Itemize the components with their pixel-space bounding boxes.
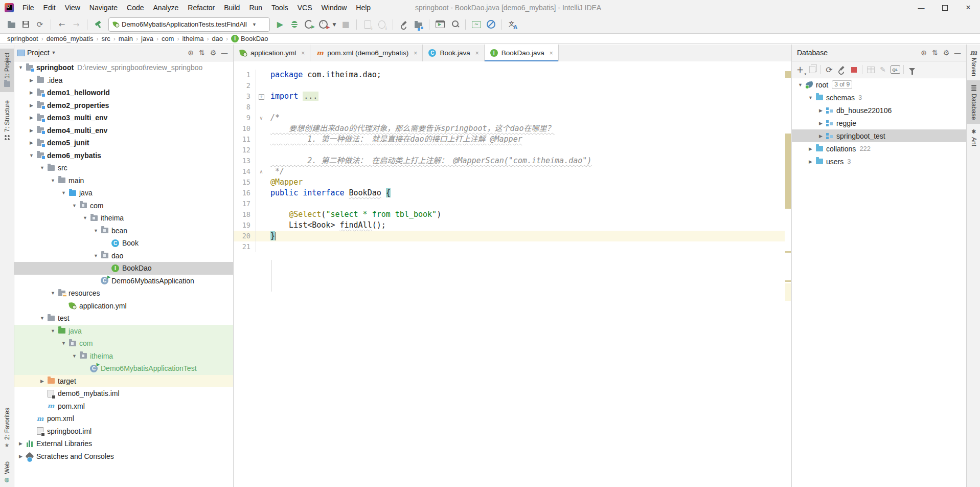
editor-tab-application.yml[interactable]: application.yml× <box>234 45 310 61</box>
expand-arrow-icon[interactable]: ▼ <box>806 95 815 100</box>
expand-arrow-icon[interactable]: ▼ <box>81 215 89 220</box>
expand-arrow-icon[interactable]: ▼ <box>92 253 100 258</box>
collapse-all-icon[interactable]: ⇅ <box>929 47 941 58</box>
line-number[interactable]: 18 <box>234 209 256 220</box>
expand-arrow-icon[interactable]: ▼ <box>27 153 36 158</box>
tree-row-demo6_mybatis.iml[interactable]: demo6_mybatis.iml <box>14 387 233 400</box>
expand-arrow-icon[interactable]: ▶ <box>816 121 825 126</box>
line-number[interactable]: 9 <box>234 113 256 123</box>
tree-row-src[interactable]: ▼src <box>14 162 233 174</box>
breadcrumb-item-demo6_mybatis[interactable]: demo6_mybatis <box>45 35 95 42</box>
tool-window-button-Database[interactable]: Database <box>967 80 980 124</box>
code-line-18[interactable]: 18 @Select("select * from tbl_book") <box>234 209 791 220</box>
tree-row-itheima[interactable]: ▼itheima <box>14 212 233 225</box>
tree-row-itheima[interactable]: ▼itheima <box>14 350 233 363</box>
restore-button[interactable] <box>933 0 956 15</box>
tool-window-button-7--Structure[interactable]: 7: Structure <box>0 96 14 145</box>
line-number[interactable]: 11 <box>234 134 256 145</box>
code-editor[interactable]: 1package com.itheima.dao;23+import ...89… <box>234 61 791 487</box>
build-project-icon[interactable] <box>93 19 104 30</box>
error-stripe-mark[interactable] <box>785 134 791 209</box>
open-icon[interactable] <box>6 19 17 30</box>
tree-row-pom.xml[interactable]: mpom.xml <box>14 400 233 413</box>
line-number[interactable]: 20 <box>234 231 256 241</box>
line-number[interactable]: 21 <box>234 241 256 252</box>
editor-tab-pom.xml--demo6_mybatis-[interactable]: mpom.xml (demo6_mybatis)× <box>310 45 423 61</box>
code-line-14[interactable]: 14∧ */ <box>234 166 791 177</box>
minimize-button[interactable]: — <box>909 0 933 15</box>
filter-icon[interactable] <box>906 63 918 76</box>
code-line-20[interactable]: 20} <box>234 231 791 241</box>
tree-row-reggie[interactable]: ▶reggie <box>792 117 966 129</box>
expand-arrow-icon[interactable]: ▶ <box>27 140 36 145</box>
breadcrumb-item-java[interactable]: java <box>140 35 154 42</box>
menu-item-analyze[interactable]: Analyze <box>149 0 184 15</box>
tree-row-test[interactable]: ▼test <box>14 312 233 325</box>
expand-arrow-icon[interactable]: ▶ <box>27 103 36 108</box>
expand-arrow-icon[interactable]: ▶ <box>38 379 47 384</box>
expand-arrow-icon[interactable]: ▶ <box>16 454 25 459</box>
line-number[interactable]: 15 <box>234 177 256 188</box>
tree-row-pom.xml[interactable]: mpom.xml <box>14 412 233 425</box>
save-all-icon[interactable] <box>20 19 31 30</box>
locate-icon[interactable]: ⊕ <box>918 47 929 58</box>
tree-row-main[interactable]: ▼main <box>14 174 233 187</box>
expand-arrow-icon[interactable]: ▼ <box>49 328 57 334</box>
expand-arrow-icon[interactable]: ▶ <box>806 146 815 151</box>
tree-row-Demo6MybatisApplicationTest[interactable]: CDemo6MybatisApplicationTest <box>14 362 233 375</box>
breadcrumb-item-springboot[interactable]: springboot <box>6 35 39 42</box>
gear-icon[interactable]: ⚙ <box>941 47 952 58</box>
expand-arrow-icon[interactable]: ▶ <box>27 78 36 83</box>
expand-arrow-icon[interactable]: ▶ <box>27 115 36 120</box>
tree-row-Book[interactable]: CBook <box>14 237 233 250</box>
line-number[interactable]: 17 <box>234 198 256 209</box>
profiler-button[interactable] <box>317 19 329 30</box>
power-save-icon[interactable] <box>485 19 496 30</box>
settings-wrench-icon[interactable] <box>398 19 409 30</box>
tree-row-springboot[interactable]: ▼springbootD:\review_springboot\review_s… <box>14 61 233 74</box>
breadcrumb-item-BookDao[interactable]: IBookDao <box>230 35 269 42</box>
code-line-17[interactable]: 17 <box>234 198 791 209</box>
sync-icon[interactable]: ⟳ <box>34 19 45 30</box>
breadcrumb-item-src[interactable]: src <box>101 35 111 42</box>
project-view-dropdown-icon[interactable]: ▼ <box>52 50 56 55</box>
editor-tab-BookDao.java[interactable]: IBookDao.java× <box>485 45 559 61</box>
tree-row-users[interactable]: ▶users3 <box>792 155 966 168</box>
refresh-icon[interactable]: ⟳ <box>823 63 835 76</box>
error-stripe-mark[interactable] <box>785 251 791 253</box>
line-number[interactable]: 13 <box>234 156 256 166</box>
tree-row-demo4_multi_env[interactable]: ▶demo4_multi_env <box>14 124 233 137</box>
expand-arrow-icon[interactable]: ▶ <box>806 159 815 164</box>
tree-row-com[interactable]: ▼com <box>14 337 233 350</box>
tree-row-bean[interactable]: ▼bean <box>14 225 233 237</box>
back-icon[interactable]: ← <box>56 19 67 30</box>
code-line-1[interactable]: 1package com.itheima.dao; <box>234 70 791 80</box>
expand-arrow-icon[interactable]: ▶ <box>816 108 825 113</box>
tree-row-demo5_junit[interactable]: ▶demo5_junit <box>14 137 233 149</box>
code-line-9[interactable]: 9∨/* <box>234 113 791 123</box>
run-anything-icon[interactable] <box>435 19 446 30</box>
menu-item-code[interactable]: Code <box>122 0 148 15</box>
tree-row-demo2_properties[interactable]: ▶demo2_properties <box>14 99 233 112</box>
error-stripe-mark[interactable] <box>785 280 791 282</box>
line-number[interactable]: 2 <box>234 80 256 91</box>
data-source-properties-icon[interactable] <box>835 63 848 76</box>
line-number[interactable]: 3 <box>234 91 256 102</box>
activity-monitor-icon[interactable]: ~ <box>471 19 482 30</box>
code-line-12[interactable]: 12 <box>234 145 791 156</box>
menu-item-window[interactable]: Window <box>317 0 352 15</box>
menu-item-run[interactable]: Run <box>244 0 267 15</box>
expand-arrow-icon[interactable]: ▶ <box>816 134 825 139</box>
fold-marker-icon[interactable]: ∨ <box>256 113 266 123</box>
expand-arrow-icon[interactable]: ▼ <box>49 178 57 183</box>
close-tab-icon[interactable]: × <box>550 50 553 57</box>
menu-item-vcs[interactable]: VCS <box>293 0 317 15</box>
line-number[interactable]: 1 <box>234 70 256 80</box>
code-line-16[interactable]: 16public interface BookDao { <box>234 188 791 198</box>
menu-item-refactor[interactable]: Refactor <box>183 0 219 15</box>
hide-panel-icon[interactable]: — <box>219 47 230 58</box>
close-tab-icon[interactable]: × <box>475 50 479 57</box>
menu-item-build[interactable]: Build <box>219 0 244 15</box>
search-everywhere-icon[interactable] <box>449 19 460 30</box>
breadcrumb-item-main[interactable]: main <box>118 35 134 42</box>
